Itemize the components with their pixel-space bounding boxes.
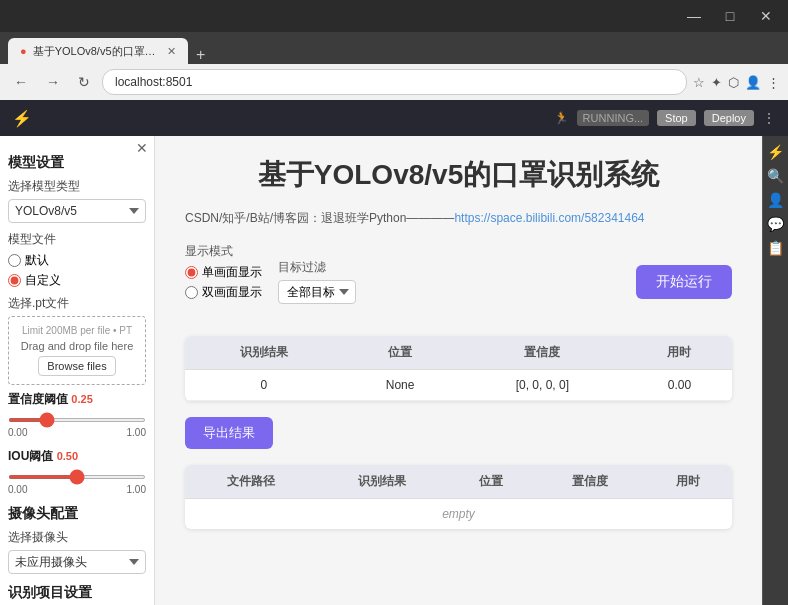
- col-confidence: 置信度: [458, 336, 627, 370]
- display-mode-section: 显示模式 单画面显示 双画面显示: [185, 243, 262, 304]
- sidebar-icon-2[interactable]: 🔍: [767, 168, 784, 184]
- maximize-button[interactable]: □: [720, 8, 740, 24]
- result-table: 识别结果 位置 置信度 用时 0 None [0, 0, 0, 0] 0.00: [185, 336, 732, 401]
- project-title: 识别项目设置: [8, 584, 146, 602]
- model-file-radio-group: 默认 自定义: [8, 252, 146, 289]
- tab-close-icon[interactable]: ✕: [167, 45, 176, 58]
- overflow-icon[interactable]: ⋮: [762, 110, 776, 126]
- model-settings-title: 模型设置: [8, 154, 146, 172]
- iou-label: IOU阈值 0.50: [8, 448, 146, 465]
- confidence-slider[interactable]: [8, 418, 146, 422]
- file-col-result: 识别结果: [316, 465, 447, 499]
- extension-icon[interactable]: ⬡: [728, 75, 739, 90]
- camera-label: 选择摄像头: [8, 529, 146, 546]
- nav-icons: ☆ ✦ ⬡ 👤 ⋮: [693, 75, 780, 90]
- select-pt-label: 选择.pt文件: [8, 295, 146, 312]
- iou-bounds: 0.00 1.00: [8, 484, 146, 495]
- model-type-select[interactable]: YOLOv8/v5: [8, 199, 146, 223]
- streamlit-controls: 🏃 RUNNING... Stop Deploy ⋮: [554, 110, 776, 126]
- camera-title: 摄像头配置: [8, 505, 146, 523]
- file-table-empty-row: empty: [185, 499, 732, 530]
- streamlit-logo: ⚡: [12, 109, 32, 128]
- custom-radio[interactable]: 自定义: [8, 272, 146, 289]
- refresh-button[interactable]: ↻: [72, 72, 96, 92]
- mode-group: 显示模式 单画面显示 双画面显示: [185, 243, 262, 304]
- title-bar: — □ ✕: [0, 0, 788, 32]
- file-col-time: 用时: [644, 465, 732, 499]
- sidebar-icon-1[interactable]: ⚡: [767, 144, 784, 160]
- start-button[interactable]: 开始运行: [636, 265, 732, 299]
- bookmark-icon[interactable]: ☆: [693, 75, 705, 90]
- stop-button[interactable]: Stop: [657, 110, 696, 126]
- default-radio[interactable]: 默认: [8, 252, 146, 269]
- col-position: 位置: [342, 336, 457, 370]
- drop-zone[interactable]: Limit 200MB per file • PT Drag and drop …: [8, 316, 146, 385]
- menu-icon[interactable]: ⋮: [767, 75, 780, 90]
- address-bar[interactable]: [102, 69, 687, 95]
- iou-slider-section: IOU阈值 0.50 0.00 1.00: [8, 448, 146, 495]
- filter-group: 目标过滤 全部目标: [278, 259, 356, 304]
- iou-slider[interactable]: [8, 475, 146, 479]
- row-confidence: 0.00: [627, 370, 732, 401]
- deploy-button[interactable]: Deploy: [704, 110, 754, 126]
- browse-files-button[interactable]: Browse files: [38, 356, 115, 376]
- link-line: CSDN/知乎/B站/博客园：退退班学Python————https://spa…: [185, 210, 732, 227]
- filter-label: 目标过滤: [278, 259, 356, 276]
- top-controls: 显示模式 单画面显示 双画面显示 目标过滤: [185, 243, 732, 320]
- minimize-button[interactable]: —: [684, 8, 704, 24]
- table-row: 0 None [0, 0, 0, 0] 0.00: [185, 370, 732, 401]
- browser-content: ✕ 模型设置 选择模型类型 YOLOv8/v5 模型文件 默认 自定义 选择.p…: [0, 136, 788, 605]
- new-tab-button[interactable]: +: [188, 46, 213, 64]
- dual-mode-radio[interactable]: 双画面显示: [185, 284, 262, 301]
- file-col-confidence: 置信度: [535, 465, 644, 499]
- iou-slider-container: [8, 467, 146, 482]
- display-mode-label: 显示模式: [185, 243, 262, 260]
- bilibili-link[interactable]: https://space.bilibili.com/582341464: [454, 211, 644, 225]
- person-icon: 🏃: [554, 111, 569, 125]
- iou-value: 0.50: [57, 450, 78, 462]
- camera-select[interactable]: 未应用摄像头: [8, 550, 146, 574]
- drop-limit: Limit 200MB per file • PT: [17, 325, 137, 336]
- browser-tab[interactable]: ● 基于YOLOv8/v5的口罩识别别系统 ✕: [8, 38, 188, 64]
- row-index: 0: [185, 370, 342, 401]
- model-type-label: 选择模型类型: [8, 178, 146, 195]
- tab-label: 基于YOLOv8/v5的口罩识别别系统: [33, 44, 161, 59]
- panel-close-button[interactable]: ✕: [136, 140, 148, 156]
- single-mode-radio[interactable]: 单画面显示: [185, 264, 262, 281]
- file-col-position: 位置: [448, 465, 536, 499]
- app-title: 基于YOLOv8/v5的口罩识别系统: [185, 156, 732, 194]
- profile-icon[interactable]: 👤: [745, 75, 761, 90]
- file-table-empty: empty: [185, 499, 732, 530]
- file-table: 文件路径 识别结果 位置 置信度 用时 empty: [185, 465, 732, 529]
- filter-select[interactable]: 全部目标: [278, 280, 356, 304]
- browser-window: ● 基于YOLOv8/v5的口罩识别别系统 ✕ + ← → ↻ ☆ ✦ ⬡ 👤 …: [0, 32, 788, 605]
- export-button[interactable]: 导出结果: [185, 417, 273, 449]
- confidence-slider-section: 置信度阈值 0.25 0.00 1.00: [8, 391, 146, 438]
- row-position: [0, 0, 0, 0]: [458, 370, 627, 401]
- sidebar-icon-3[interactable]: 👤: [767, 192, 784, 208]
- window-chrome: — □ ✕ ● 基于YOLOv8/v5的口罩识别别系统 ✕ + ← → ↻ ☆ …: [0, 0, 788, 605]
- model-file-label: 模型文件: [8, 231, 146, 248]
- col-result: 识别结果: [185, 336, 342, 370]
- tab-strip: ● 基于YOLOv8/v5的口罩识别别系统 ✕ +: [0, 32, 788, 64]
- confidence-bounds: 0.00 1.00: [8, 427, 146, 438]
- back-button[interactable]: ←: [8, 72, 34, 92]
- streamlit-header: ⚡ 🏃 RUNNING... Stop Deploy ⋮: [0, 100, 788, 136]
- confidence-value: 0.25: [71, 393, 92, 405]
- window-close-button[interactable]: ✕: [756, 8, 776, 24]
- confidence-label: 置信度阈值 0.25: [8, 391, 146, 408]
- sidebar-icon-4[interactable]: 💬: [767, 216, 784, 232]
- running-badge: RUNNING...: [577, 110, 650, 126]
- browser-sidebar-right: ⚡ 🔍 👤 💬 📋 🖼 ⚙: [762, 136, 788, 605]
- forward-button[interactable]: →: [40, 72, 66, 92]
- drop-text: Drag and drop file here: [17, 340, 137, 352]
- main-content: 基于YOLOv8/v5的口罩识别系统 CSDN/知乎/B站/博客园：退退班学Py…: [155, 136, 762, 605]
- left-panel: ✕ 模型设置 选择模型类型 YOLOv8/v5 模型文件 默认 自定义 选择.p…: [0, 136, 155, 605]
- confidence-slider-container: [8, 410, 146, 425]
- nav-bar: ← → ↻ ☆ ✦ ⬡ 👤 ⋮: [0, 64, 788, 100]
- sidebar-icon-5[interactable]: 📋: [767, 240, 784, 256]
- row-result: None: [342, 370, 457, 401]
- col-time: 用时: [627, 336, 732, 370]
- file-col-path: 文件路径: [185, 465, 316, 499]
- star-icon[interactable]: ✦: [711, 75, 722, 90]
